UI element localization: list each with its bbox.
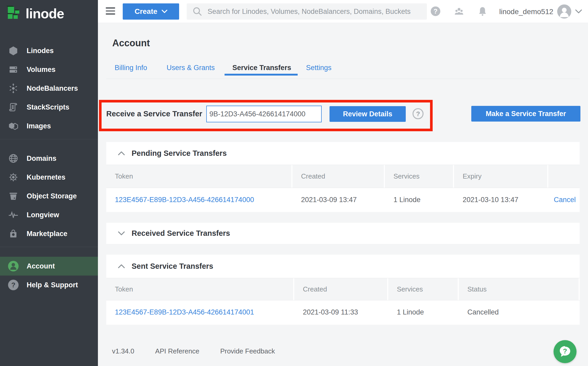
- username-label[interactable]: linode_demo512: [499, 8, 553, 16]
- column-header-token: Token: [106, 165, 291, 188]
- avatar[interactable]: [557, 4, 571, 19]
- sent-transfers-card: Sent Service Transfers Token Created Ser…: [106, 255, 580, 325]
- helm-wheel-icon: [7, 172, 19, 182]
- collapse-chevron-up-icon[interactable]: [117, 151, 125, 156]
- sidebar-item-stackscripts[interactable]: StackScripts: [0, 98, 98, 117]
- sidebar-item-kubernetes[interactable]: Kubernetes: [0, 168, 98, 187]
- column-header-actions: [548, 165, 580, 188]
- make-service-transfer-button[interactable]: Make a Service Transfer: [471, 106, 580, 122]
- bell-icon[interactable]: [477, 6, 488, 17]
- collapse-chevron-up-icon[interactable]: [117, 264, 125, 268]
- sent-token-link[interactable]: 123E4567-E89B-12D3-A456-426614174001: [115, 308, 254, 316]
- column-header-services: Services: [385, 165, 453, 188]
- cube-icon: [7, 46, 19, 56]
- received-section-title: Received Service Transfers: [132, 229, 230, 238]
- sent-services-cell: 1 Linode: [388, 308, 458, 316]
- chevron-down-icon: [162, 10, 167, 13]
- hamburger-menu-icon[interactable]: [106, 7, 115, 16]
- sidebar-item-marketplace[interactable]: Marketplace: [0, 224, 98, 243]
- pending-token-link[interactable]: 123E4567-E89B-12D3-A456-426614174000: [115, 196, 254, 204]
- pending-transfers-card: Pending Service Transfers Token Created …: [106, 142, 580, 212]
- globe-icon: [7, 153, 19, 163]
- api-reference-link[interactable]: API Reference: [155, 347, 199, 355]
- global-search: [187, 3, 427, 20]
- pending-created-cell: 2021-03-09 13:47: [292, 196, 384, 204]
- account-page: Account Billing Info Users & Grants Serv…: [98, 23, 588, 366]
- cancel-transfer-link[interactable]: Cancel: [554, 196, 576, 204]
- tab-service-transfers[interactable]: Service Transfers: [232, 64, 291, 72]
- linode-logo-icon: [6, 6, 21, 23]
- linode-cloud-manager: linode Linodes Volumes: [0, 0, 588, 366]
- table-row: 123E4567-E89B-12D3-A456-426614174000 202…: [106, 188, 580, 212]
- collapse-chevron-down-icon[interactable]: [117, 231, 125, 236]
- sidebar-item-help-support[interactable]: ? Help & Support: [0, 276, 98, 294]
- svg-text:?: ?: [563, 347, 567, 355]
- table-row: 123E4567-E89B-12D3-A456-426614174001 202…: [106, 300, 580, 324]
- provide-feedback-link[interactable]: Provide Feedback: [220, 347, 275, 355]
- shopping-bag-icon: [7, 229, 19, 239]
- sent-table-header: Token Created Services Status: [106, 278, 580, 300]
- sidebar-nav: Linodes Volumes: [0, 41, 98, 298]
- search-input[interactable]: [208, 8, 423, 16]
- users-icon[interactable]: [454, 6, 464, 17]
- linode-logo-text: linode: [26, 7, 64, 22]
- linode-logo[interactable]: linode: [0, 0, 98, 23]
- pending-table-header: Token Created Services Expiry: [106, 165, 580, 188]
- sidebar-group-services: Domains Kubernetes: [0, 149, 98, 247]
- svg-text:?: ?: [433, 8, 438, 15]
- sidebar-item-linodes[interactable]: Linodes: [0, 41, 98, 60]
- sidebar-item-account[interactable]: Account: [0, 257, 98, 276]
- help-chat-button[interactable]: ?: [554, 340, 577, 363]
- sidebar: linode Linodes Volumes: [0, 0, 98, 366]
- pending-expiry-cell: 2021-03-10 13:47: [454, 196, 547, 204]
- column-header-token: Token: [106, 278, 293, 300]
- tab-settings[interactable]: Settings: [306, 64, 332, 72]
- create-button[interactable]: Create: [123, 3, 179, 20]
- sidebar-item-longview[interactable]: Longview: [0, 205, 98, 224]
- sent-created-cell: 2021-03-09 11:33: [294, 308, 387, 316]
- sidebar-item-domains[interactable]: Domains: [0, 149, 98, 168]
- column-header-status: Status: [459, 278, 579, 300]
- pending-section-title: Pending Service Transfers: [132, 149, 227, 158]
- drives-icon: [7, 65, 19, 75]
- chat-question-icon: ?: [558, 344, 572, 359]
- sidebar-item-images[interactable]: Images: [0, 117, 98, 135]
- column-header-created: Created: [292, 165, 384, 188]
- transfer-token-input[interactable]: [206, 106, 322, 122]
- sent-section-title: Sent Service Transfers: [132, 262, 213, 271]
- received-section-header: Received Service Transfers: [106, 223, 580, 244]
- received-transfers-card: Received Service Transfers: [106, 223, 580, 244]
- receive-transfer-label: Receive a Service Transfer: [106, 110, 202, 118]
- images-icon: [7, 121, 19, 131]
- review-details-button[interactable]: Review Details: [330, 106, 406, 122]
- sidebar-item-object-storage[interactable]: Object Storage: [0, 187, 98, 205]
- pulse-icon: [7, 210, 19, 220]
- page-footer: v1.34.0 API Reference Provide Feedback: [112, 347, 275, 355]
- user-menu-chevron-icon[interactable]: [575, 9, 582, 15]
- person-circle-icon: [7, 260, 19, 272]
- sidebar-group-account: Account ? Help & Support: [0, 257, 98, 298]
- sidebar-item-volumes[interactable]: Volumes: [0, 60, 98, 79]
- pending-services-cell: 1 Linode: [385, 196, 453, 204]
- sent-section-header: Sent Service Transfers: [106, 255, 580, 278]
- active-tab-underline: [225, 74, 298, 76]
- search-icon: [192, 7, 202, 16]
- header-icon-buttons: ?: [430, 6, 488, 17]
- tab-users-grants[interactable]: Users & Grants: [167, 64, 215, 72]
- nodebalancer-icon: [7, 83, 19, 93]
- pending-section-header: Pending Service Transfers: [106, 142, 580, 165]
- top-header: Create ?: [98, 0, 588, 23]
- stackscript-icon: [7, 102, 19, 112]
- help-icon[interactable]: ?: [430, 6, 441, 17]
- svg-text:?: ?: [416, 110, 420, 117]
- sidebar-item-nodebalancers[interactable]: NodeBalancers: [0, 79, 98, 98]
- column-header-created: Created: [294, 278, 387, 300]
- tab-divider: [106, 79, 580, 79]
- tab-billing-info[interactable]: Billing Info: [115, 64, 147, 72]
- bucket-icon: [7, 191, 19, 201]
- svg-text:?: ?: [11, 281, 15, 289]
- column-header-services: Services: [388, 278, 458, 300]
- receive-help-icon[interactable]: ?: [412, 108, 424, 119]
- sidebar-group-compute: Linodes Volumes: [0, 41, 98, 139]
- column-header-expiry: Expiry: [454, 165, 547, 188]
